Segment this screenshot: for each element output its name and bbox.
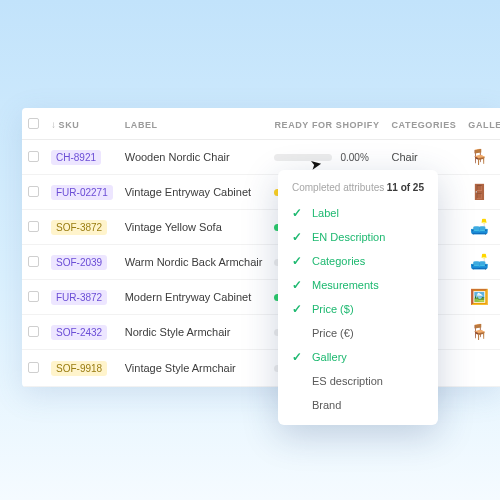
gallery-thumb[interactable] <box>468 357 490 377</box>
attribute-item[interactable]: ✓EN Description <box>278 225 438 249</box>
completed-attributes-popover: Completed attributes 11 of 25 ✓Label✓EN … <box>278 170 438 425</box>
row-checkbox[interactable] <box>28 326 39 337</box>
attribute-item[interactable]: ✓ES description <box>278 369 438 393</box>
product-label: Wooden Nordic Chair <box>119 140 269 175</box>
gallery-thumb[interactable]: 🛋️ <box>468 252 490 272</box>
attribute-item[interactable]: ✓Brand <box>278 393 438 417</box>
table-header-row: ↓SKU LABEL READY FOR SHOPIFY CATEGORIES … <box>22 108 500 140</box>
attribute-item[interactable]: ✓Label <box>278 201 438 225</box>
ready-progress: 0.00% <box>274 152 379 163</box>
product-label: Modern Entryway Cabinet <box>119 280 269 315</box>
sku-badge[interactable]: SOF-9918 <box>51 361 107 376</box>
gallery-thumb[interactable]: 🖼️ <box>468 287 490 307</box>
attribute-item[interactable]: ✓Mesurements <box>278 273 438 297</box>
progress-percent: 0.00% <box>340 152 368 163</box>
row-checkbox[interactable] <box>28 221 39 232</box>
col-categories[interactable]: CATEGORIES <box>386 108 463 140</box>
check-icon: ✓ <box>292 254 304 268</box>
check-icon: ✓ <box>292 206 304 220</box>
product-label: Vintage Yellow Sofa <box>119 210 269 245</box>
gallery-thumb[interactable]: 🪑 <box>468 322 490 342</box>
row-checkbox[interactable] <box>28 151 39 162</box>
check-icon: ✓ <box>292 350 304 364</box>
sort-desc-icon: ↓ <box>51 119 57 130</box>
popover-title: Completed attributes <box>292 182 384 193</box>
col-sku[interactable]: ↓SKU <box>45 108 119 140</box>
product-label: Nordic Style Armchair <box>119 315 269 350</box>
row-checkbox[interactable] <box>28 291 39 302</box>
gallery-thumb[interactable]: 🪑 <box>468 147 490 167</box>
attribute-label: Mesurements <box>312 279 379 291</box>
product-label: Vintage Style Armchair <box>119 350 269 387</box>
sku-badge[interactable]: SOF-3872 <box>51 220 107 235</box>
product-label: Vintage Entryway Cabinet <box>119 175 269 210</box>
select-all-checkbox[interactable] <box>28 118 39 129</box>
attribute-item[interactable]: ✓Gallery <box>278 345 438 369</box>
gallery-thumb[interactable]: 🛋️ <box>468 217 490 237</box>
attribute-label: Price ($) <box>312 303 354 315</box>
sku-badge[interactable]: FUR-3872 <box>51 290 107 305</box>
attribute-label: Brand <box>312 399 341 411</box>
attribute-label: Price (€) <box>312 327 354 339</box>
attribute-item[interactable]: ✓Categories <box>278 249 438 273</box>
attribute-label: ES description <box>312 375 383 387</box>
attribute-label: Categories <box>312 255 365 267</box>
attribute-item[interactable]: ✓Price (€) <box>278 321 438 345</box>
attribute-item[interactable]: ✓Price ($) <box>278 297 438 321</box>
attribute-label: Gallery <box>312 351 347 363</box>
col-label[interactable]: LABEL <box>119 108 269 140</box>
gallery-thumb[interactable]: 🚪 <box>468 182 490 202</box>
progress-bar <box>274 154 332 161</box>
col-gallery[interactable]: GALLERY <box>462 108 500 140</box>
attribute-label: Label <box>312 207 339 219</box>
sku-badge[interactable]: SOF-2039 <box>51 255 107 270</box>
check-icon: ✓ <box>292 230 304 244</box>
sku-badge[interactable]: CH-8921 <box>51 150 101 165</box>
row-checkbox[interactable] <box>28 256 39 267</box>
popover-count: 11 of 25 <box>387 182 424 193</box>
product-label: Warm Nordic Back Armchair <box>119 245 269 280</box>
check-icon: ✓ <box>292 302 304 316</box>
row-checkbox[interactable] <box>28 186 39 197</box>
check-icon: ✓ <box>292 278 304 292</box>
sku-badge[interactable]: FUR-02271 <box>51 185 113 200</box>
col-ready[interactable]: READY FOR SHOPIFY <box>268 108 385 140</box>
row-checkbox[interactable] <box>28 362 39 373</box>
sku-badge[interactable]: SOF-2432 <box>51 325 107 340</box>
attribute-label: EN Description <box>312 231 385 243</box>
